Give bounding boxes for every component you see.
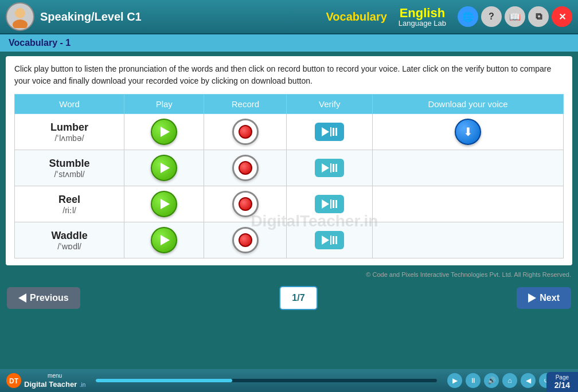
dt-logo-icon: DT <box>6 373 22 389</box>
download-cell: ⬇ <box>373 114 564 150</box>
page-title: Speaking/Level C1 <box>40 10 326 23</box>
vocab-label: Vocabulary <box>326 10 387 23</box>
brand-logo: English Language Lab <box>399 7 446 27</box>
tb-pause-btn[interactable]: ⏸ <box>466 373 481 388</box>
download-icon: ⬇ <box>463 126 473 138</box>
record-button[interactable] <box>232 191 259 217</box>
verify-icon <box>322 236 337 245</box>
main-content: Click play button to listen the pronunci… <box>6 56 572 265</box>
word-name: Reel <box>21 194 118 206</box>
window-icon-btn[interactable]: ⧉ <box>528 6 549 27</box>
word-phonetic: /ˈstʌmbl/ <box>21 170 118 179</box>
avatar <box>6 2 34 31</box>
verify-pause-icon <box>333 128 337 136</box>
close-icon-btn[interactable]: ✕ <box>552 6 572 27</box>
copyright: © Code and Pixels Interactive Technologi… <box>0 270 578 280</box>
svg-point-1 <box>13 19 28 28</box>
dt-logo-text: Digital Teacher <box>24 380 77 389</box>
verify-cell <box>287 222 373 258</box>
verify-play-icon <box>322 199 329 209</box>
dt-logo-in: .in <box>80 382 86 388</box>
verify-icon <box>322 163 337 173</box>
verify-button[interactable] <box>315 195 344 213</box>
sub-header-label: Vocabulary - 1 <box>9 38 71 48</box>
verify-button[interactable] <box>315 231 344 249</box>
table-row: Lumber /ˈlʌmbə/ <box>15 114 564 150</box>
play-button[interactable] <box>151 155 177 181</box>
previous-label: Previous <box>30 293 69 303</box>
table-row: Waddle /ˈwɒdl/ <box>15 222 564 258</box>
verify-icon <box>322 127 337 136</box>
record-button[interactable] <box>232 227 259 253</box>
play-button[interactable] <box>151 227 177 253</box>
record-dot <box>239 197 252 211</box>
word-name: Lumber <box>21 121 118 134</box>
word-name: Stumble <box>21 158 118 170</box>
col-header-verify: Verify <box>287 95 373 114</box>
record-cell <box>204 186 287 222</box>
verify-cell <box>287 150 373 186</box>
download-button[interactable]: ⬇ <box>455 119 481 145</box>
word-cell: Reel /riːl/ <box>15 186 124 222</box>
download-cell <box>373 222 564 258</box>
previous-button[interactable]: Previous <box>7 287 80 309</box>
header-icons: 🌐 ? 📖 ⧉ ✕ <box>458 6 572 27</box>
record-button[interactable] <box>232 119 259 145</box>
play-button[interactable] <box>151 119 177 145</box>
tb-back-btn[interactable]: ◀ <box>521 373 536 388</box>
table-row: Reel /riːl/ <box>15 186 564 222</box>
tb-play-btn[interactable]: ▶ <box>447 373 462 388</box>
word-cell: Stumble /ˈstʌmbl/ <box>15 150 124 186</box>
verify-slash-icon <box>330 236 331 245</box>
verify-slash-icon <box>330 127 331 136</box>
word-cell: Waddle /ˈwɒdl/ <box>15 222 124 258</box>
verify-pause-icon <box>333 164 337 172</box>
word-cell: Lumber /ˈlʌmbə/ <box>15 114 124 150</box>
menu-label: menu <box>24 373 85 379</box>
col-header-word: Word <box>15 95 124 114</box>
col-header-record: Record <box>204 95 287 114</box>
svg-text:DT: DT <box>9 377 19 385</box>
toolbar-progress-bar <box>96 379 232 382</box>
record-dot <box>239 161 252 175</box>
record-cell <box>204 114 287 150</box>
record-button[interactable] <box>232 155 259 181</box>
header: Speaking/Level C1 Vocabulary English Lan… <box>0 0 578 34</box>
svg-point-0 <box>15 8 25 18</box>
verify-button[interactable] <box>315 159 344 177</box>
verify-slash-icon <box>330 199 331 209</box>
next-button[interactable]: Next <box>517 287 571 309</box>
help-icon-btn[interactable]: ? <box>481 6 502 27</box>
play-cell <box>124 222 204 258</box>
verify-cell <box>287 186 373 222</box>
play-button[interactable] <box>151 191 177 217</box>
verify-button[interactable] <box>315 123 344 141</box>
toolbar-progress <box>96 379 437 382</box>
brand-english: English <box>400 7 445 19</box>
book-icon-btn[interactable]: 📖 <box>505 6 525 27</box>
instruction-text: Click play button to listen the pronunci… <box>14 63 564 87</box>
tb-home-btn[interactable]: ⌂ <box>502 373 517 388</box>
dt-logo: DT menu Digital Teacher .in <box>6 373 85 389</box>
previous-arrow-icon <box>18 293 26 303</box>
play-cell <box>124 150 204 186</box>
page-badge: Page 2/14 <box>546 372 578 392</box>
brand-sub: Language Lab <box>399 19 446 27</box>
verify-pause-icon <box>333 200 337 208</box>
table-row: Stumble /ˈstʌmbl/ <box>15 150 564 186</box>
verify-icon <box>322 199 337 209</box>
col-header-play: Play <box>124 95 204 114</box>
page-badge-label: Page <box>554 374 570 381</box>
next-label: Next <box>540 293 560 303</box>
word-phonetic: /ˈlʌmbə/ <box>21 134 118 143</box>
page-badge-num: 2/14 <box>554 381 570 390</box>
vocab-table: Word Play Record Verify Download your vo… <box>14 94 564 258</box>
word-name: Waddle <box>21 230 118 242</box>
verify-pause-icon <box>333 236 337 244</box>
record-cell <box>204 150 287 186</box>
verify-play-icon <box>322 127 329 136</box>
record-dot <box>239 233 252 247</box>
tb-volume-btn[interactable]: 🔊 <box>484 373 499 388</box>
sub-header: Vocabulary - 1 <box>0 34 578 52</box>
globe-icon-btn[interactable]: 🌐 <box>458 6 478 27</box>
